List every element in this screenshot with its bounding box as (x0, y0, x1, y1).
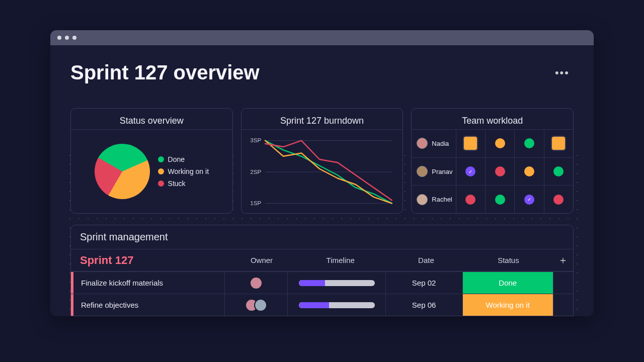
member-name: Nadia (432, 140, 449, 147)
workload-status-cell[interactable] (456, 130, 485, 157)
workload-card: Team workload NadiaPranav✓Rachel✓ (411, 108, 574, 214)
legend-item: Stuck (158, 179, 209, 188)
sprint-management-title: Sprint management (71, 225, 573, 249)
timeline-bar (299, 302, 375, 308)
legend-label: Done (168, 155, 185, 163)
timeline-fill (299, 302, 329, 308)
check-icon: ✓ (468, 169, 472, 174)
sprint-group-label[interactable]: Sprint 127 (80, 254, 231, 267)
workload-status-cell[interactable] (544, 130, 573, 157)
legend-item: Working on it (158, 167, 209, 175)
sprint-management-panel: Sprint management Sprint 127 Owner Timel… (70, 225, 574, 316)
card-title: Sprint 127 burndown (242, 109, 403, 130)
check-icon: ✓ (527, 197, 531, 202)
legend-item: Done (158, 155, 209, 163)
member-name: Pranav (432, 168, 452, 175)
card-title: Team workload (412, 109, 573, 130)
app-window: Sprint 127 overview ••• Status overview … (50, 30, 594, 316)
workload-table: NadiaPranav✓Rachel✓ (412, 130, 573, 213)
column-header-timeline: Timeline (292, 256, 388, 264)
date-value: Sep 02 (412, 279, 436, 287)
workload-status-cell[interactable] (544, 158, 573, 186)
workload-row: Rachel✓ (412, 185, 573, 213)
legend-label: Stuck (168, 179, 186, 188)
status-dot-icon (553, 166, 564, 176)
table-row[interactable]: Refine objectivesSep 06Working on it (71, 294, 573, 316)
status-cell[interactable]: Done (462, 272, 553, 294)
card-title: Status overview (71, 109, 232, 130)
date-cell[interactable]: Sep 02 (385, 272, 462, 294)
workload-member-cell: Pranav (412, 158, 455, 186)
status-dot-icon: ✓ (465, 166, 475, 176)
table-row[interactable]: Finalize kickoff materialsSep 02Done (71, 272, 573, 294)
workload-status-cell[interactable] (456, 186, 485, 213)
workload-row: Pranav✓ (412, 157, 573, 186)
workload-member-cell: Rachel (412, 186, 455, 213)
workload-status-cell[interactable] (485, 130, 514, 157)
timeline-cell[interactable] (287, 272, 385, 294)
status-label: Working on it (486, 301, 530, 309)
column-header-date: Date (388, 256, 464, 264)
task-name: Finalize kickoff materials (81, 279, 163, 287)
status-dot-icon (552, 137, 565, 150)
member-name: Rachel (432, 196, 452, 203)
status-legend: DoneWorking on itStuck (158, 155, 209, 188)
legend-dot-icon (158, 156, 164, 162)
status-dot-icon: ✓ (524, 195, 534, 205)
workload-status-cell[interactable] (485, 158, 514, 186)
page-title: Sprint 127 overview (70, 61, 260, 84)
workload-status-cell[interactable]: ✓ (514, 186, 543, 213)
status-dot-icon (553, 195, 564, 205)
owner-cell[interactable] (224, 294, 287, 316)
more-options-button[interactable]: ••• (551, 64, 574, 81)
legend-label: Working on it (168, 167, 209, 175)
status-pie-chart (95, 144, 150, 199)
workload-status-cell[interactable] (485, 186, 514, 213)
status-dot-icon (495, 138, 505, 148)
date-cell[interactable]: Sep 06 (385, 294, 462, 316)
workload-status-cell[interactable]: ✓ (456, 158, 485, 186)
task-name-cell[interactable]: Refine objectives (71, 294, 224, 316)
window-control-dot[interactable] (65, 36, 69, 40)
row-accent-bar (71, 272, 73, 294)
workload-member-cell: Nadia (412, 130, 455, 157)
add-column-button[interactable]: ＋ (553, 253, 573, 267)
row-trailing-cell (553, 294, 573, 316)
burndown-card: Sprint 127 burndown 3SP2SP1SP (241, 108, 404, 214)
status-dot-icon (464, 137, 477, 150)
window-titlebar (50, 30, 594, 45)
avatar (417, 138, 428, 149)
task-name: Refine objectives (81, 301, 138, 309)
burndown-line-chart: 3SP2SP1SP (248, 136, 395, 208)
legend-dot-icon (158, 168, 164, 174)
status-dot-icon (524, 138, 534, 148)
workload-status-cell[interactable] (514, 130, 543, 157)
avatar (417, 194, 428, 205)
status-dot-icon (495, 195, 505, 205)
y-axis-tick-label: 3SP (250, 137, 261, 143)
status-dot-icon (495, 166, 505, 176)
timeline-bar (299, 280, 375, 286)
timeline-fill (299, 280, 326, 286)
row-accent-bar (71, 294, 73, 316)
status-label: Done (499, 279, 517, 287)
workload-status-cell[interactable] (514, 158, 543, 186)
avatar (417, 166, 428, 177)
row-trailing-cell (553, 272, 573, 294)
status-cell[interactable]: Working on it (462, 294, 553, 316)
y-axis-tick-label: 2SP (250, 168, 261, 175)
timeline-cell[interactable] (287, 294, 385, 316)
workload-status-cell[interactable] (544, 186, 573, 213)
window-control-dot[interactable] (72, 36, 76, 40)
task-name-cell[interactable]: Finalize kickoff materials (71, 272, 224, 294)
avatar (254, 299, 267, 312)
date-value: Sep 06 (412, 301, 436, 309)
owner-cell[interactable] (224, 272, 287, 294)
column-header-status: Status (464, 256, 553, 264)
window-control-dot[interactable] (57, 36, 61, 40)
status-dot-icon (465, 195, 475, 205)
status-dot-icon (524, 166, 534, 176)
y-axis-tick-label: 1SP (250, 200, 261, 206)
avatar (250, 277, 263, 290)
status-overview-card: Status overview DoneWorking on itStuck (70, 108, 233, 214)
